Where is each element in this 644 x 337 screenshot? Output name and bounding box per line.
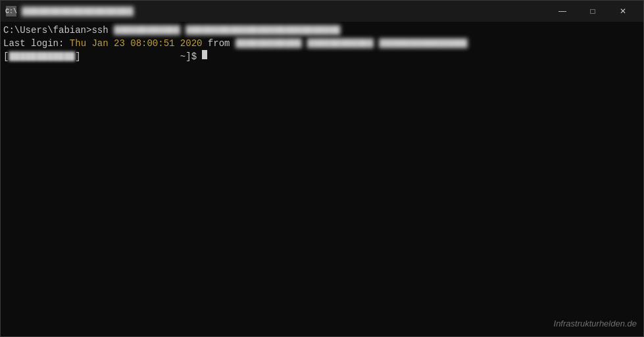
command-args: ████████████ ███████████████████████████… xyxy=(109,24,341,38)
shell-bracket-close: ] xyxy=(75,51,80,64)
shell-tilde-prompt: ~]$ xyxy=(81,51,203,64)
command-name: ssh xyxy=(91,24,108,38)
window-title: ████████████████████ xyxy=(22,7,134,16)
maximize-button[interactable]: □ xyxy=(578,1,608,22)
title-bar: C:\ ████████████████████ — □ ✕ xyxy=(1,1,643,22)
last-login-ip: ████████████ ████████████ ██████████████… xyxy=(235,38,468,51)
shell-user: ████████████ xyxy=(9,51,75,64)
last-login-line: Last login: Thu Jan 23 08:00:51 2020 fro… xyxy=(3,38,641,51)
minimize-button[interactable]: — xyxy=(547,1,578,22)
close-button[interactable]: ✕ xyxy=(608,1,638,22)
last-login-from-word: from xyxy=(202,38,235,51)
window-controls: — □ ✕ xyxy=(547,1,638,22)
terminal-icon: C:\ xyxy=(6,6,16,16)
command-line: C:\Users\fabian> ssh ████████████ ██████… xyxy=(3,24,641,38)
terminal-window: C:\ ████████████████████ — □ ✕ C:\Users\… xyxy=(0,0,644,337)
last-login-prefix: Last login: xyxy=(3,38,70,51)
terminal-body[interactable]: C:\Users\fabian> ssh ████████████ ██████… xyxy=(1,22,643,336)
shell-prompt-line: [ ████████████ ] ~]$ xyxy=(3,50,641,64)
terminal-cursor xyxy=(202,50,207,59)
shell-bracket-open: [ xyxy=(3,51,9,64)
title-bar-left: C:\ ████████████████████ xyxy=(6,6,134,16)
watermark: Infrastrukturhelden.de xyxy=(554,318,637,330)
last-login-date: Thu Jan 23 08:00:51 2020 xyxy=(70,38,203,51)
prompt-path: C:\Users\fabian> xyxy=(3,24,91,38)
